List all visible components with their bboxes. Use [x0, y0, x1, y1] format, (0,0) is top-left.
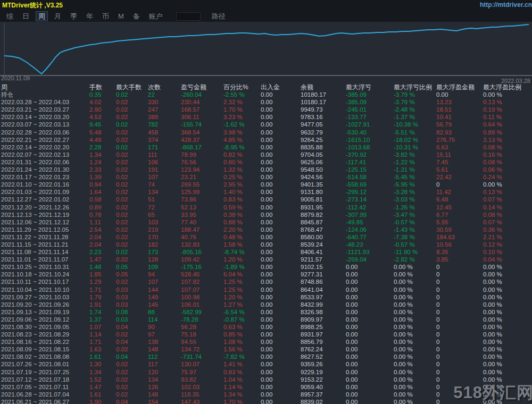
- table-row[interactable]: 2022.01.10 ~ 2022.01.160.940.0274269.552…: [0, 181, 532, 188]
- table-row[interactable]: 2021.09.20 ~ 2021.09.261.910.03145106.01…: [0, 301, 532, 308]
- cell-max-float-loss: 0.00: [346, 398, 394, 404]
- cell-max-float-profit-pct: 0.00 %: [483, 308, 532, 316]
- menu-item-8[interactable]: 备: [131, 12, 142, 21]
- cell-balance: 9153.22: [301, 376, 346, 383]
- table-row[interactable]: 2021.11.15 ~ 2021.11.212.040.02182132.83…: [0, 241, 532, 248]
- table-row[interactable]: 2021.11.29 ~ 2021.12.052.540.02219188.47…: [0, 226, 532, 233]
- menu-item-2[interactable]: 周: [36, 12, 47, 21]
- table-row[interactable]: 2022.02.14 ~ 2022.02.202.280.02171-868.1…: [0, 144, 532, 151]
- table-row[interactable]: 2021.07.05 ~ 2021.07.111.470.02126102.03…: [0, 383, 532, 391]
- table-row[interactable]: 持仓0.350.0222-260.04-2.55 %0.0010180.17-3…: [0, 91, 532, 98]
- cell-max-float-loss: -307.99: [346, 211, 394, 218]
- table-row[interactable]: 2021.09.06 ~ 2021.09.121.370.03114-78.28…: [0, 316, 532, 323]
- table-row[interactable]: 2021.10.18 ~ 2021.10.241.850.0594528.456…: [0, 271, 532, 278]
- cell-pnl: 147.43: [181, 398, 223, 404]
- table-row[interactable]: 2021.11.22 ~ 2021.11.282.040.0217040.760…: [0, 233, 532, 241]
- table-row[interactable]: 2021.08.09 ~ 2021.08.151.630.02148134.72…: [0, 346, 532, 353]
- table-row[interactable]: 2021.06.21 ~ 2021.06.271.900.04154147.43…: [0, 398, 532, 404]
- menu-item-0[interactable]: 综: [4, 12, 15, 21]
- cell-max-float-profit: 276.75: [436, 136, 483, 144]
- table-row[interactable]: 2021.08.16 ~ 2021.08.221.710.0413894.551…: [0, 338, 532, 346]
- table-row[interactable]: 2021.07.19 ~ 2021.07.251.340.0212075.970…: [0, 368, 532, 376]
- cell-balance: 9548.50: [301, 166, 346, 173]
- cell-count: 149: [148, 293, 181, 301]
- cell-max-float-loss-pct: -10.38 %: [394, 121, 436, 128]
- menu-item-5[interactable]: 年: [84, 12, 95, 21]
- table-row[interactable]: 2021.12.06 ~ 2021.12.121.110.0210377.400…: [0, 218, 532, 226]
- cell-balance: 9229.19: [301, 368, 346, 376]
- table-row[interactable]: 2022.02.28 ~ 2022.03.065.480.02458368.54…: [0, 129, 532, 136]
- table-row[interactable]: 2022.03.07 ~ 2022.03.139.450.02782-155.7…: [0, 121, 532, 128]
- table-row[interactable]: 2021.07.12 ~ 2021.07.181.520.0213493.821…: [0, 376, 532, 383]
- cell-week: 2021.09.20 ~ 2021.09.26: [1, 301, 89, 308]
- menu-item-1[interactable]: 日: [20, 12, 31, 21]
- cell-max-float-profit-pct: 0.07 %: [483, 196, 532, 203]
- table-row[interactable]: 2022.01.31 ~ 2022.02.061.240.0210676.560…: [0, 158, 532, 166]
- table-row[interactable]: 2021.10.11 ~ 2021.10.171.290.02107107.82…: [0, 278, 532, 285]
- table-row[interactable]: 2021.06.28 ~ 2021.07.041.610.02148118.35…: [0, 391, 532, 398]
- cell-max-float-loss-pct: 0.00 %: [394, 263, 436, 271]
- col-header-pnl: 盈亏金额: [181, 83, 223, 91]
- table-row[interactable]: 2022.01.24 ~ 2022.01.302.330.02191123.94…: [0, 166, 532, 173]
- cell-max-float-loss: -530.40: [346, 129, 394, 136]
- cell-max-float-loss-pct: -5.45 %: [394, 173, 436, 181]
- cell-deposit: 0.00: [261, 166, 301, 173]
- table-row[interactable]: 2021.09.13 ~ 2021.09.191.740.0888-582.99…: [0, 308, 532, 316]
- cell-deposit: 0.00: [261, 398, 301, 404]
- table-row[interactable]: 2021.12.27 ~ 2022.01.020.580.025173.860.…: [0, 196, 532, 203]
- cell-max-float-profit-pct: 0.14 %: [483, 204, 532, 211]
- table-row[interactable]: 2021.12.13 ~ 2021.12.190.780.026533.950.…: [0, 211, 532, 218]
- table-row[interactable]: 2021.08.30 ~ 2021.09.051.070.049056.280.…: [0, 323, 532, 331]
- menu-item-path[interactable]: 路径: [210, 12, 228, 21]
- col-header-count: 次数: [148, 83, 181, 91]
- menu-item-9[interactable]: 账户: [147, 12, 165, 21]
- cell-max-lots: 0.02: [116, 188, 148, 196]
- table-row[interactable]: 2021.11.01 ~ 2021.11.071.470.02128109.42…: [0, 256, 532, 263]
- table-row[interactable]: 2021.07.26 ~ 2021.08.011.300.02117130.07…: [0, 360, 532, 368]
- cell-week: 2021.07.19 ~ 2021.07.25: [1, 368, 89, 376]
- table-row[interactable]: 2021.10.04 ~ 2021.10.101.710.03144107.07…: [0, 286, 532, 293]
- cell-max-float-profit-pct: 0.36 %: [483, 226, 532, 233]
- app-url-link[interactable]: http://mtdriver.cn: [480, 1, 532, 9]
- cell-balance: 8539.24: [301, 241, 346, 248]
- cell-count: 111: [148, 151, 181, 158]
- cell-pct: -1.89 %: [223, 263, 261, 271]
- table-row[interactable]: 2022.01.03 ~ 2022.01.091.640.02134125.99…: [0, 188, 532, 196]
- cell-max-float-profit: 12.45: [436, 204, 483, 211]
- cell-count: 148: [148, 391, 181, 398]
- path-input[interactable]: [176, 12, 201, 21]
- cell-max-float-profit-pct: 0.00 %: [483, 346, 532, 353]
- table-row[interactable]: 2022.01.17 ~ 2022.01.231.390.0210723.210…: [0, 173, 532, 181]
- cell-max-float-loss: 0.00: [346, 360, 394, 368]
- cell-max-float-loss: -640.77: [346, 233, 394, 241]
- table-row[interactable]: 2021.09.27 ~ 2021.10.031.790.03149100.98…: [0, 293, 532, 301]
- cell-max-float-profit: 0: [436, 308, 483, 316]
- table-row[interactable]: 2021.11.08 ~ 2021.11.142.230.02173-805.1…: [0, 248, 532, 256]
- cell-max-float-profit: 8.35: [436, 248, 483, 256]
- col-header-pct: 百分比%: [223, 83, 261, 91]
- table-row[interactable]: 2021.12.20 ~ 2021.12.260.890.027252.130.…: [0, 204, 532, 211]
- table-row[interactable]: 2022.02.07 ~ 2022.02.131.340.0211178.990…: [0, 151, 532, 158]
- cell-deposit: 0.00: [261, 151, 301, 158]
- cell-week: 2021.12.20 ~ 2021.12.26: [1, 204, 89, 211]
- col-header-max-float-loss: 最大浮亏: [346, 83, 394, 91]
- menu-item-7[interactable]: M: [116, 12, 126, 21]
- table-row[interactable]: 2021.08.02 ~ 2021.08.081.610.04112-731.7…: [0, 353, 532, 360]
- cell-balance: 9783.16: [301, 113, 346, 121]
- table-row[interactable]: 2021.10.25 ~ 2021.10.311.480.05109-175.1…: [0, 263, 532, 271]
- table-row[interactable]: 2022.03.14 ~ 2022.03.204.530.02389306.11…: [0, 113, 532, 121]
- col-header-max-lots: 最大手数: [116, 83, 148, 91]
- cell-balance: 8835.88: [301, 144, 346, 151]
- table-row[interactable]: 2022.03.28 ~ 2022.04.034.020.02330230.44…: [0, 98, 532, 106]
- cell-deposit: 0.00: [261, 368, 301, 376]
- cell-deposit: 0.00: [261, 278, 301, 285]
- table-row[interactable]: 2021.08.23 ~ 2021.08.291.140.029775.180.…: [0, 331, 532, 338]
- table-row[interactable]: 2022.03.21 ~ 2022.03.272.900.02247168.57…: [0, 106, 532, 113]
- cell-pnl: 75.18: [181, 331, 223, 338]
- menu-item-6[interactable]: 币: [100, 12, 111, 21]
- menu-item-3[interactable]: 月: [52, 12, 63, 21]
- cell-pnl: 123.94: [181, 166, 223, 173]
- table-row[interactable]: 2022.02.21 ~ 2022.02.274.490.02374428.37…: [0, 136, 532, 144]
- menu-item-4[interactable]: 季: [68, 12, 79, 21]
- cell-balance: 8988.25: [301, 323, 346, 331]
